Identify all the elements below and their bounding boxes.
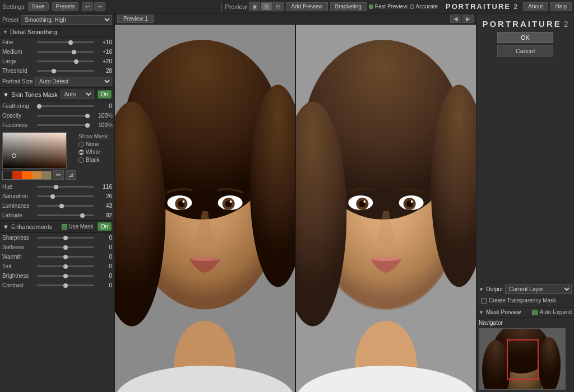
- warmth-label: Warmth: [2, 254, 35, 260]
- mask-none-radio[interactable]: [78, 142, 84, 147]
- color-swatches: ✏ ⊿: [2, 170, 76, 180]
- threshold-slider[interactable]: [37, 70, 94, 72]
- opacity-pct: %: [108, 113, 112, 119]
- navigator-svg: [479, 329, 566, 390]
- create-mask-checkbox[interactable]: [481, 298, 487, 304]
- sharpness-slider[interactable]: [37, 237, 94, 239]
- bracketing-button[interactable]: Bracketing: [330, 2, 367, 11]
- mask-black-option[interactable]: Black: [78, 157, 109, 163]
- large-slider[interactable]: [37, 60, 94, 62]
- about-help: About Help: [523, 2, 572, 11]
- hue-slider-row: Hue 116: [0, 182, 114, 192]
- enhancements-on-button[interactable]: On: [98, 222, 112, 231]
- warmth-slider[interactable]: [37, 256, 94, 258]
- saturation-label: Saturation: [2, 193, 35, 199]
- output-select[interactable]: Current Layer New Layer: [505, 284, 572, 294]
- opacity-slider[interactable]: [37, 115, 90, 116]
- help-button[interactable]: Help: [550, 2, 572, 11]
- medium-slider[interactable]: [37, 51, 94, 53]
- redo-button[interactable]: ↪: [94, 2, 105, 11]
- save-button[interactable]: Save: [28, 2, 49, 11]
- color-picker-area: ✏ ⊿ Show Mask: None White Black: [0, 130, 114, 182]
- color-gradient-overlay: [3, 133, 66, 168]
- saturation-slider[interactable]: [37, 195, 94, 197]
- svg-point-24: [363, 200, 365, 203]
- output-label: Output: [486, 286, 503, 292]
- mask-black-radio[interactable]: [78, 157, 84, 163]
- latitude-value: 82: [96, 212, 112, 218]
- contrast-value: 0: [96, 282, 112, 288]
- latitude-slider[interactable]: [37, 214, 94, 216]
- nav-arrow-left[interactable]: ◀: [450, 15, 461, 23]
- auto-expand-row: Auto Expand: [532, 309, 572, 315]
- threshold-slider-row: Threshold 28: [0, 66, 114, 76]
- brightness-slider[interactable]: [37, 275, 94, 277]
- use-mask-check[interactable]: [62, 224, 67, 230]
- preview-image-left: [115, 25, 296, 392]
- opacity-label: Opacity: [2, 113, 35, 119]
- eyedropper-button-2[interactable]: ⊿: [66, 170, 76, 180]
- mask-none-option[interactable]: None: [78, 141, 109, 147]
- opacity-value: 100: [92, 113, 108, 119]
- accurate-radio[interactable]: [410, 4, 414, 9]
- portrait-size-select[interactable]: Auto Detect Small Medium Large: [35, 77, 112, 86]
- fast-preview-option[interactable]: Fast Preview: [369, 3, 408, 10]
- view-grid[interactable]: ⊟: [272, 2, 284, 11]
- svg-point-9: [182, 200, 184, 203]
- skin-on-button[interactable]: On: [98, 90, 112, 99]
- app-title-area: PORTRAITURE 2: [479, 16, 572, 30]
- feathering-slider-row: Feathering 0: [0, 101, 114, 111]
- add-preview-button[interactable]: Add Preview: [286, 2, 327, 11]
- preview-nav-tab[interactable]: Preview 1: [117, 15, 154, 23]
- create-mask-label: Create Transparency Mask: [489, 297, 556, 304]
- feathering-slider[interactable]: [37, 105, 94, 107]
- preset-select[interactable]: Smoothing: High Smoothing: Low Smoothing…: [21, 15, 112, 25]
- mask-white-radio[interactable]: [78, 150, 84, 155]
- cancel-button[interactable]: Cancel: [497, 45, 553, 57]
- hue-slider[interactable]: [37, 186, 94, 188]
- color-dot[interactable]: [12, 153, 16, 158]
- auto-expand-checkbox[interactable]: [532, 310, 538, 315]
- app-name: PORTRAITURE: [482, 19, 561, 29]
- ok-button[interactable]: OK: [497, 32, 553, 43]
- warmth-slider-row: Warmth 0: [0, 252, 114, 262]
- settings-label: Settings: [2, 3, 25, 10]
- undo-button[interactable]: ↩: [82, 2, 93, 11]
- skin-tones-title: Skin Tones Mask: [11, 91, 58, 98]
- luminance-label: Luminance: [2, 203, 35, 209]
- right-top-section: PORTRAITURE 2 OK Cancel: [476, 13, 574, 59]
- color-picker-left: ✏ ⊿: [2, 132, 76, 180]
- mask-white-option[interactable]: White: [78, 149, 109, 155]
- accurate-label: Accurate: [416, 3, 438, 10]
- navigator-section: Navigator: [476, 317, 574, 392]
- sharpness-value: 0: [96, 235, 112, 241]
- fast-preview-radio[interactable]: [369, 4, 373, 9]
- threshold-value: 28: [96, 68, 112, 74]
- fuzziness-slider[interactable]: [37, 124, 90, 126]
- nav-arrow-right[interactable]: ▶: [462, 15, 474, 23]
- view-single[interactable]: ▣: [249, 2, 260, 11]
- latitude-slider-row: Latitude 82: [0, 211, 114, 220]
- tint-value: 0: [96, 263, 112, 269]
- use-mask-label: Use Mask: [68, 223, 93, 230]
- skin-mode-select[interactable]: Auto Manual: [61, 90, 94, 99]
- skin-tones-header: ▼ Skin Tones Mask Auto Manual On: [0, 87, 114, 101]
- about-button[interactable]: About: [523, 2, 548, 11]
- tint-slider[interactable]: [37, 265, 94, 267]
- opacity-slider-row: Opacity 100 %: [0, 111, 114, 120]
- output-header: ▼ Output Current Layer New Layer: [479, 284, 572, 294]
- tint-label: Tint: [2, 263, 35, 269]
- preview-label: Preview: [225, 3, 247, 10]
- eyedropper-button-1[interactable]: ✏: [53, 170, 64, 180]
- accurate-option[interactable]: Accurate: [410, 3, 438, 10]
- fine-slider[interactable]: [37, 41, 94, 43]
- detail-smoothing-header: ▼ Detail Smoothing: [0, 27, 114, 38]
- color-gradient[interactable]: [2, 132, 67, 169]
- view-split[interactable]: ⊞: [261, 2, 272, 11]
- left-panel: Preset Smoothing: High Smoothing: Low Sm…: [0, 13, 115, 392]
- softness-slider[interactable]: [37, 246, 94, 248]
- presets-button[interactable]: Presets: [52, 2, 79, 11]
- contrast-slider[interactable]: [37, 284, 94, 286]
- luminance-slider[interactable]: [37, 205, 94, 207]
- use-mask-checkbox[interactable]: Use Mask: [62, 223, 93, 230]
